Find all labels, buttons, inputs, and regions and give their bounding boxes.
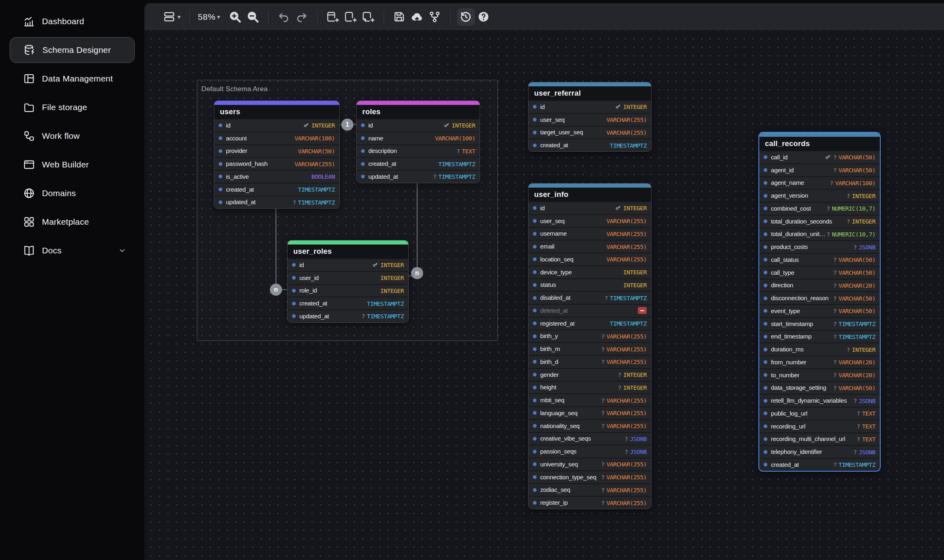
table-field-row[interactable]: id INTEGER — [528, 100, 651, 113]
sidebar-item-data-management[interactable]: Data Management — [10, 66, 135, 92]
table-field-row[interactable]: recording_url ?TEXT — [759, 420, 880, 433]
table-field-row[interactable]: agent_name ?VARCHAR(100) — [759, 176, 880, 189]
table-field-row[interactable]: registered_at TIMESTAMPTZ — [528, 317, 651, 330]
table-field-row[interactable]: birth_d ?VARCHAR(255) — [528, 355, 651, 368]
table-field-row[interactable]: disconnection_reason ?VARCHAR(50) — [759, 291, 880, 304]
add-area-button[interactable] — [342, 8, 359, 26]
table-field-row[interactable]: height ?INTEGER — [528, 381, 651, 394]
table-field-row[interactable]: disabled_at ?TIMESTAMPTZ — [528, 291, 651, 304]
table-field-row[interactable]: id INTEGER — [528, 201, 651, 214]
table-field-row[interactable]: device_type INTEGER — [528, 265, 651, 278]
publish-upload-button[interactable] — [408, 8, 426, 26]
table-field-row[interactable]: created_at TIMESTAMPTZ — [214, 183, 339, 196]
sidebar-item-work-flow[interactable]: Work flow — [10, 123, 135, 149]
save-button[interactable] — [391, 8, 408, 26]
table-field-row[interactable]: password_hash VARCHAR(255) — [214, 157, 339, 170]
add-table-button[interactable] — [324, 8, 342, 26]
table-field-row[interactable]: created_at TIMESTAMPTZ — [357, 157, 480, 170]
table-field-row[interactable]: telephony_identifier ?JSONB — [759, 445, 880, 458]
table-field-row[interactable]: id INTEGER — [357, 119, 480, 132]
table-field-row[interactable]: location_seq VARCHAR(255) — [528, 253, 651, 265]
history-button[interactable] — [457, 8, 475, 26]
table-field-row[interactable]: birth_m ?VARCHAR(255) — [528, 342, 651, 355]
table-field-row[interactable]: to_number ?VARCHAR(20) — [759, 368, 880, 381]
table-field-row[interactable]: call_id ?VARCHAR(50) — [759, 150, 880, 163]
table-field-row[interactable]: end_timestamp ?TIMESTAMPTZ — [759, 330, 880, 343]
table-field-row[interactable]: passion_seqs ?JSONB — [528, 445, 651, 458]
sidebar-item-domains[interactable]: Domains — [10, 180, 135, 206]
table-field-row[interactable]: created_at TIMESTAMPTZ — [288, 297, 408, 309]
table-field-row[interactable]: mbti_seq ?VARCHAR(255) — [528, 393, 651, 406]
zoom-in-button[interactable] — [226, 8, 244, 26]
table-field-row[interactable]: connection_type_seq ?VARCHAR(255) — [528, 470, 651, 483]
table-field-row[interactable]: status INTEGER — [528, 278, 651, 291]
table-field-row[interactable]: combined_cost ?NUMERIC(10,7) — [759, 202, 880, 215]
table-field-row[interactable]: event_type ?VARCHAR(50) — [759, 304, 880, 317]
table-field-row[interactable]: public_log_url ?TEXT — [759, 407, 880, 420]
entity-table-user_roles[interactable]: user_roles id INTEGER user_id INTEGER ro… — [287, 240, 409, 323]
entity-table-call_records[interactable]: call_records call_id ?VARCHAR(50) agent_… — [758, 132, 881, 472]
table-field-row[interactable]: total_duration_seconds ?INTEGER — [759, 215, 880, 228]
table-field-row[interactable]: user_seq VARCHAR(255) — [528, 113, 651, 126]
table-field-row[interactable]: user_id INTEGER — [288, 271, 408, 284]
table-field-row[interactable]: agent_version ?INTEGER — [759, 189, 880, 202]
schema-canvas[interactable]: Default Schema Area users id INTEGER acc… — [144, 31, 944, 560]
sidebar-item-web-builder[interactable]: Web Builder — [10, 152, 135, 178]
zoom-level-button[interactable]: 58% ▾ — [196, 8, 222, 26]
table-field-row[interactable]: role_id INTEGER — [288, 284, 408, 297]
table-field-row[interactable]: created_at TIMESTAMPTZ — [528, 138, 651, 151]
table-field-row[interactable]: call_type ?VARCHAR(50) — [759, 266, 880, 279]
entity-table-user_referral[interactable]: user_referral id INTEGER user_seq VARCHA… — [528, 82, 652, 152]
table-field-row[interactable]: updated_at ?TIMESTAMPTZ — [288, 309, 408, 322]
table-field-row[interactable]: creative_vibe_seqs ?JSONB — [528, 432, 651, 445]
entity-table-user_info[interactable]: user_info id INTEGER user_seq VARCHAR(25… — [528, 183, 652, 509]
table-field-row[interactable]: birth_y ?VARCHAR(255) — [528, 330, 651, 343]
table-field-row[interactable]: total_duration_unit_p... ?NUMERIC(10,7) — [759, 228, 880, 240]
table-field-row[interactable]: call_status ?VARCHAR(50) — [759, 253, 880, 266]
table-field-row[interactable]: deleted_at — [528, 304, 651, 317]
table-field-row[interactable]: id INTEGER — [214, 119, 339, 132]
layout-select-button[interactable]: ▾ — [161, 8, 183, 26]
sidebar-item-dashboard[interactable]: Dashboard — [10, 8, 135, 34]
table-field-row[interactable]: retell_llm_dynamic_variables ?JSONB — [759, 394, 880, 407]
table-field-row[interactable]: is_active BOOLEAN — [214, 170, 339, 183]
entity-table-roles[interactable]: roles id INTEGER name VARCHAR(100) descr… — [356, 100, 480, 183]
help-button[interactable] — [475, 8, 493, 26]
zoom-out-button[interactable] — [244, 8, 262, 26]
table-field-row[interactable]: account VARCHAR(100) — [214, 132, 339, 144]
table-field-row[interactable]: from_number ?VARCHAR(20) — [759, 355, 880, 368]
table-field-row[interactable]: username VARCHAR(255) — [528, 227, 651, 240]
table-field-row[interactable]: name VARCHAR(100) — [357, 132, 480, 144]
sidebar-item-schema-designer[interactable]: Schema Designer — [10, 37, 135, 63]
table-field-row[interactable]: direction ?VARCHAR(20) — [759, 279, 880, 292]
table-field-row[interactable]: recording_multi_channel_url ?TEXT — [759, 433, 880, 445]
entity-table-users[interactable]: users id INTEGER account VARCHAR(100) pr… — [214, 100, 340, 209]
table-field-row[interactable]: register_ip ?VARCHAR(255) — [528, 496, 651, 509]
table-field-row[interactable]: updated_at ?TIMESTAMPTZ — [357, 170, 480, 183]
table-field-row[interactable]: nationality_seq ?VARCHAR(255) — [528, 419, 651, 432]
sidebar-item-marketplace[interactable]: Marketplace — [10, 209, 135, 235]
redo-button[interactable] — [293, 8, 311, 26]
table-field-row[interactable]: updated_at ?TIMESTAMPTZ — [214, 196, 339, 209]
table-field-row[interactable]: product_costs ?JSONB — [759, 240, 880, 253]
undo-button[interactable] — [275, 8, 293, 26]
table-field-row[interactable]: target_user_seq VARCHAR(255) — [528, 126, 651, 139]
table-field-row[interactable]: zodiac_seq ?VARCHAR(255) — [528, 483, 651, 496]
table-field-row[interactable]: gender ?INTEGER — [528, 368, 651, 381]
add-note-button[interactable] — [359, 8, 377, 26]
table-field-row[interactable]: language_seq ?VARCHAR(255) — [528, 406, 651, 419]
table-field-row[interactable]: user_seq VARCHAR(255) — [528, 214, 651, 227]
table-field-row[interactable]: data_storage_setting ?VARCHAR(50) — [759, 381, 880, 394]
table-field-row[interactable]: id INTEGER — [288, 258, 408, 271]
sidebar-item-file-storage[interactable]: File storage — [10, 94, 135, 120]
table-field-row[interactable]: created_at ?TIMESTAMPTZ — [759, 458, 880, 471]
sidebar-item-docs[interactable]: Docs — [10, 238, 135, 263]
table-field-row[interactable]: email VARCHAR(255) — [528, 240, 651, 253]
table-field-row[interactable]: description ?TEXT — [357, 144, 480, 157]
table-field-row[interactable]: university_seq ?VARCHAR(255) — [528, 458, 651, 470]
table-field-row[interactable]: agent_id ?VARCHAR(50) — [759, 163, 880, 176]
table-field-row[interactable]: provider VARCHAR(50) — [214, 144, 339, 157]
table-field-row[interactable]: duration_ms ?INTEGER — [759, 343, 880, 355]
table-field-row[interactable]: start_timestamp ?TIMESTAMPTZ — [759, 317, 880, 330]
version-branch-button[interactable] — [426, 8, 444, 26]
